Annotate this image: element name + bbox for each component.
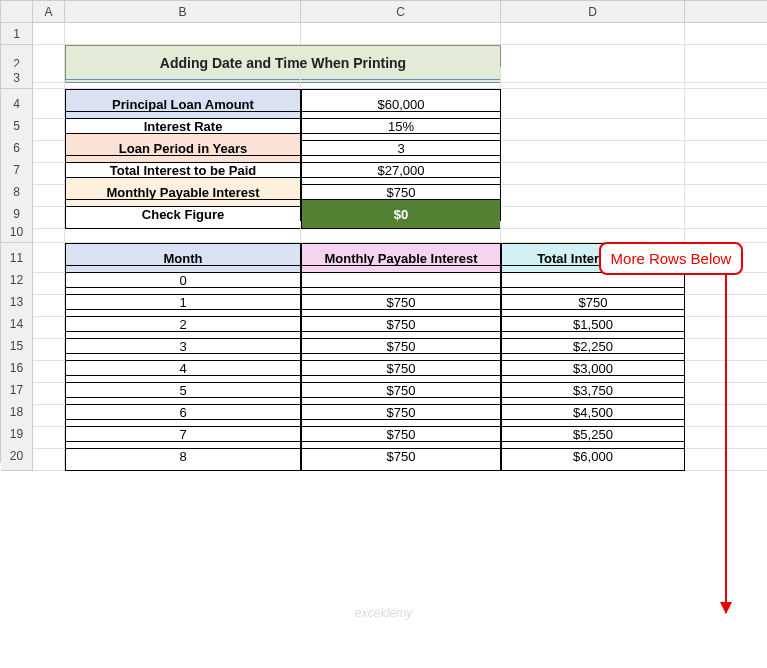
cell-d10[interactable] xyxy=(501,221,685,243)
cell-b1[interactable] xyxy=(65,23,301,45)
table-cell-month[interactable]: 8 xyxy=(65,441,301,471)
col-header-c[interactable]: C xyxy=(301,1,501,23)
cell-c3[interactable] xyxy=(301,67,501,89)
watermark-text: exceldemy xyxy=(355,606,412,620)
cell-a1[interactable] xyxy=(33,23,65,45)
annotation-text: More Rows Below xyxy=(599,242,744,275)
cell-a10[interactable] xyxy=(33,221,65,243)
table-cell-monthly[interactable]: $750 xyxy=(301,441,501,471)
col-header-b[interactable]: B xyxy=(65,1,301,23)
cell-d3[interactable] xyxy=(501,67,685,89)
col-header-e[interactable] xyxy=(685,1,767,23)
cell-e1[interactable] xyxy=(685,23,767,45)
cell-c1[interactable] xyxy=(301,23,501,45)
row-header-1[interactable]: 1 xyxy=(1,23,33,45)
row-header-20[interactable]: 20 xyxy=(1,441,33,471)
cell-b3[interactable] xyxy=(65,67,301,89)
cell-e3[interactable] xyxy=(685,67,767,89)
annotation-callout: More Rows Below xyxy=(583,242,759,613)
col-header-a[interactable]: A xyxy=(33,1,65,23)
cell-d1[interactable] xyxy=(501,23,685,45)
cell-a3[interactable] xyxy=(33,67,65,89)
cell-a20[interactable] xyxy=(33,441,65,471)
row-header-3[interactable]: 3 xyxy=(1,67,33,89)
row-header-10[interactable]: 10 xyxy=(1,221,33,243)
cell-c10[interactable] xyxy=(301,221,501,243)
cell-b10[interactable] xyxy=(65,221,301,243)
col-header-d[interactable]: D xyxy=(501,1,685,23)
annotation-arrow-icon xyxy=(725,275,727,613)
cell-e10[interactable] xyxy=(685,221,767,243)
select-all-corner[interactable] xyxy=(1,1,33,23)
